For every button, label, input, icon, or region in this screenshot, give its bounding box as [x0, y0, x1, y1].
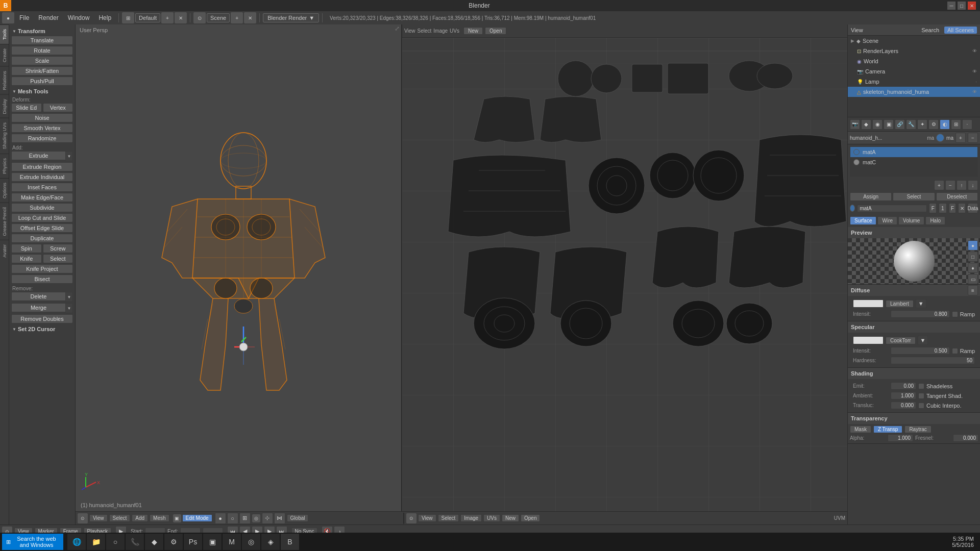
scene-select[interactable]: Scene — [207, 13, 230, 22]
taskbar-app4-icon[interactable]: 📞 — [126, 534, 144, 550]
knife-button[interactable]: Knife — [11, 254, 42, 263]
shading-header[interactable]: Shading — [848, 368, 980, 379]
outliner-item-renderlayers[interactable]: ⊡ RenderLayers 👁 — [848, 46, 980, 56]
mask-btn[interactable]: Mask — [850, 425, 871, 433]
taskbar-app8-icon[interactable]: ▣ — [203, 534, 222, 550]
diffuse-color-swatch[interactable] — [853, 299, 884, 308]
set-2d-cursor-section[interactable]: Set 2D Cursor — [11, 324, 73, 334]
noise-button[interactable]: Noise — [11, 113, 73, 122]
mesh-restrict-icon[interactable]: 👁 — [972, 89, 977, 94]
object-props-icon[interactable]: ▣ — [884, 119, 894, 130]
ambient-field[interactable] — [891, 392, 916, 399]
preview-sphere-btn[interactable]: ● — [968, 240, 978, 251]
extrude-button[interactable]: Extrude — [11, 151, 66, 160]
ramp-checkbox-input[interactable] — [952, 311, 958, 317]
pivot-button[interactable]: Global — [287, 514, 309, 522]
extrude-individual-button[interactable]: Extrude Individual — [11, 172, 73, 182]
specular-shader-dropdown[interactable]: ▼ — [918, 336, 928, 345]
mesh-tools-section-header[interactable]: Mesh Tools — [11, 87, 73, 96]
diffuse-intensity-field[interactable] — [891, 310, 950, 318]
taskbar-ie-icon[interactable]: 🌐 — [67, 534, 86, 550]
outliner-all-scenes-btn[interactable]: All Scenes — [944, 27, 977, 34]
mat-name-input[interactable] — [857, 205, 927, 212]
material-props-icon[interactable]: ◐ — [940, 119, 950, 130]
extrude-dropdown-arrow[interactable]: ▼ — [66, 151, 73, 161]
add-menu-3d[interactable]: Add — [132, 514, 148, 522]
strip-tab-options[interactable]: Options — [0, 178, 9, 203]
volume-tab[interactable]: Volume — [898, 216, 924, 225]
scene-props-icon[interactable]: ◆ — [861, 119, 871, 130]
minimize-button[interactable]: ─ — [947, 2, 955, 10]
screen-select[interactable]: Default — [135, 13, 160, 22]
wire-tab[interactable]: Wire — [877, 216, 897, 225]
mat-fake-user-btn[interactable]: F — [949, 203, 957, 213]
outliner-item-mesh[interactable]: △ skeleton_humanoid_huma 👁 — [848, 87, 980, 97]
select-knife-button[interactable]: Select — [43, 254, 74, 263]
spec-ramp-input[interactable] — [952, 348, 958, 354]
slide-edge-button[interactable]: Slide Ed — [11, 103, 42, 112]
uv-view-menu[interactable]: View — [404, 28, 415, 34]
strip-tab-display[interactable]: Display — [0, 94, 9, 118]
emit-field[interactable] — [891, 382, 916, 390]
mat-list-add-icon[interactable]: + — [934, 180, 944, 190]
menu-render[interactable]: Render — [34, 13, 62, 22]
surface-tab[interactable]: Surface — [850, 216, 876, 225]
blender-menu-icon[interactable]: ● — [2, 12, 14, 23]
extrude-region-button[interactable]: Extrude Region — [11, 162, 73, 171]
push-pull-button[interactable]: Push/Pull — [11, 77, 73, 86]
taskbar-app10-icon[interactable]: ◎ — [242, 534, 260, 550]
translate-button[interactable]: Translate — [11, 36, 73, 45]
strip-tab-shading[interactable]: Shading UVs — [0, 118, 9, 154]
physics-props-icon[interactable]: ⚙ — [928, 119, 939, 130]
camera-restrict-icon[interactable]: 👁 — [972, 69, 977, 74]
outliner-item-lamp[interactable]: 💡 Lamp · — [848, 77, 980, 87]
specular-header[interactable]: Specular — [848, 321, 980, 333]
make-edge-face-button[interactable]: Make Edge/Face — [11, 193, 73, 202]
outliner-item-world[interactable]: ◉ World — [848, 56, 980, 66]
assign-btn[interactable]: Assign — [850, 192, 892, 201]
remove-doubles-button[interactable]: Remove Doubles — [11, 314, 73, 323]
uv-uvs-menu[interactable]: UVs — [450, 28, 459, 34]
outliner[interactable]: ▶ ◆ Scene ⊡ RenderLayers 👁 ◉ World 📷 Cam… — [848, 36, 980, 117]
strip-tab-tools[interactable]: Tools — [0, 24, 9, 44]
transform-section-header[interactable]: Transform — [11, 27, 73, 36]
taskbar-app6-icon[interactable]: ⚙ — [164, 534, 183, 550]
strip-tab-relations[interactable]: Relations — [0, 66, 9, 94]
taskbar-app7-icon[interactable]: Ps — [184, 534, 202, 550]
maximize-button[interactable]: □ — [958, 2, 966, 10]
view-menu-3d[interactable]: View — [89, 514, 108, 522]
preview-flat-btn[interactable]: ▭ — [968, 274, 978, 284]
start-button[interactable]: ⊞ Search the web and Windows — [2, 534, 63, 550]
halo-tab[interactable]: Halo — [925, 216, 945, 225]
texture-props-icon[interactable]: ⊞ — [951, 119, 961, 130]
transluc-field[interactable] — [891, 402, 916, 409]
view-menu-uv[interactable]: View — [418, 514, 436, 522]
uv-toggle-icon[interactable]: ⊙ — [406, 513, 416, 523]
solid-display-btn[interactable]: ● — [215, 513, 226, 524]
proportional-icon[interactable]: ◎ — [252, 514, 260, 522]
material-item-matc[interactable]: matC — [850, 157, 977, 167]
ztransp-btn[interactable]: Z Transp — [873, 425, 902, 433]
particles2-props-icon[interactable]: · — [962, 119, 972, 130]
engine-select[interactable]: Blender Render ▼ — [263, 13, 319, 22]
transparency-header[interactable]: Transparency — [848, 413, 980, 424]
uv-select-menu[interactable]: Select — [418, 28, 432, 34]
diffuse-header[interactable]: Diffuse — [848, 285, 980, 296]
outliner-search-btn[interactable]: Search — [918, 27, 942, 34]
new-image-button[interactable]: New — [463, 27, 483, 35]
menu-help[interactable]: Help — [94, 13, 115, 22]
select-btn[interactable]: Select — [893, 192, 935, 201]
mesh-menu-3d[interactable]: Mesh — [150, 514, 169, 522]
rotate-button[interactable]: Rotate — [11, 46, 73, 55]
taskbar-app9-icon[interactable]: M — [223, 534, 241, 550]
outliner-view-btn[interactable]: View — [851, 27, 916, 33]
hardness-field[interactable] — [891, 357, 975, 364]
offset-edge-slide-button[interactable]: Offset Edge Slide — [11, 223, 73, 233]
taskbar-app11-icon[interactable]: ◈ — [261, 534, 280, 550]
strip-tab-avatar[interactable]: Avater — [0, 240, 9, 262]
new-btn-bar[interactable]: New — [502, 514, 519, 522]
loop-cut-slide-button[interactable]: Loop Cut and Slide — [11, 213, 73, 222]
close-button[interactable]: ✕ — [968, 2, 976, 10]
renderlayers-eye-icon[interactable]: 👁 — [972, 48, 977, 54]
modifier-props-icon[interactable]: 🔧 — [906, 119, 916, 130]
